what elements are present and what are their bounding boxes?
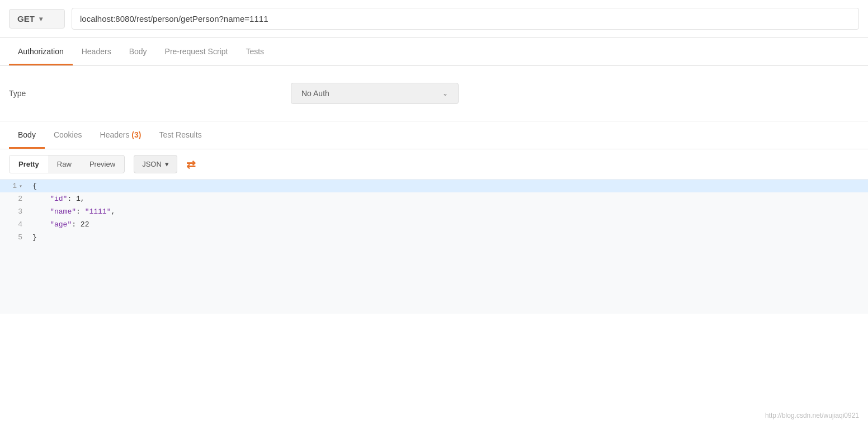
json-format-label: JSON (142, 160, 162, 168)
auth-section: Type No Auth ⌄ (0, 66, 868, 121)
watermark: http://blog.csdn.net/wujiaqi0921 (765, 412, 859, 419)
pretty-button[interactable]: Pretty (10, 155, 48, 173)
format-group: Pretty Raw Preview (9, 155, 125, 173)
code-editor: 1 ▾ { 2 "id": 1, 3 "name": "1111", 4 "ag… (0, 180, 868, 314)
method-dropdown[interactable]: GET ▾ (9, 9, 65, 29)
tab-authorization[interactable]: Authorization (9, 39, 73, 65)
line-number-1: 1 ▾ (0, 180, 28, 192)
auth-type-label: Type (9, 89, 43, 98)
code-line-2: 2 "id": 1, (0, 192, 868, 205)
code-line-1: 1 ▾ { (0, 180, 868, 192)
code-line-3: 3 "name": "1111", (0, 205, 868, 218)
auth-type-dropdown[interactable]: No Auth ⌄ (291, 83, 459, 104)
request-tabs: Authorization Headers Body Pre-request S… (0, 38, 868, 66)
raw-button[interactable]: Raw (48, 155, 81, 173)
json-format-dropdown[interactable]: JSON ▾ (134, 155, 177, 173)
method-label: GET (17, 14, 35, 23)
tab-pre-request-script[interactable]: Pre-request Script (156, 39, 237, 65)
line-number-2: 2 (0, 192, 28, 205)
code-content-5: } (28, 231, 868, 244)
response-tab-test-results[interactable]: Test Results (150, 122, 210, 149)
response-tab-cookies[interactable]: Cookies (45, 122, 91, 149)
line-number-3: 3 (0, 205, 28, 218)
url-input[interactable] (72, 8, 859, 30)
response-toolbar: Pretty Raw Preview JSON ▾ ⇄ (0, 149, 868, 180)
tab-tests[interactable]: Tests (237, 39, 273, 65)
line-number-5: 5 (0, 231, 28, 244)
auth-type-chevron-icon: ⌄ (442, 89, 448, 97)
response-tab-body[interactable]: Body (9, 122, 45, 149)
url-bar: GET ▾ (0, 0, 868, 38)
auth-type-row: Type No Auth ⌄ (9, 83, 859, 104)
code-line-5: 5 } (0, 231, 868, 244)
auth-type-value: No Auth (301, 89, 329, 98)
response-tabs: Body Cookies Headers (3) Test Results (0, 121, 868, 149)
code-content-2: "id": 1, (28, 192, 868, 205)
preview-button[interactable]: Preview (81, 155, 124, 173)
response-tab-headers[interactable]: Headers (3) (91, 122, 150, 149)
headers-count: (3) (131, 130, 141, 139)
code-content-3: "name": "1111", (28, 205, 868, 218)
code-content-4: "age": 22 (28, 218, 868, 231)
method-chevron-icon: ▾ (39, 15, 43, 23)
tab-headers[interactable]: Headers (73, 39, 120, 65)
tab-body[interactable]: Body (120, 39, 156, 65)
code-content-1: { (28, 180, 868, 192)
json-format-chevron-icon: ▾ (165, 160, 169, 168)
wrap-icon[interactable]: ⇄ (186, 158, 196, 171)
line-number-4: 4 (0, 218, 28, 231)
collapse-arrow-1[interactable]: ▾ (19, 183, 22, 190)
code-line-4: 4 "age": 22 (0, 218, 868, 231)
